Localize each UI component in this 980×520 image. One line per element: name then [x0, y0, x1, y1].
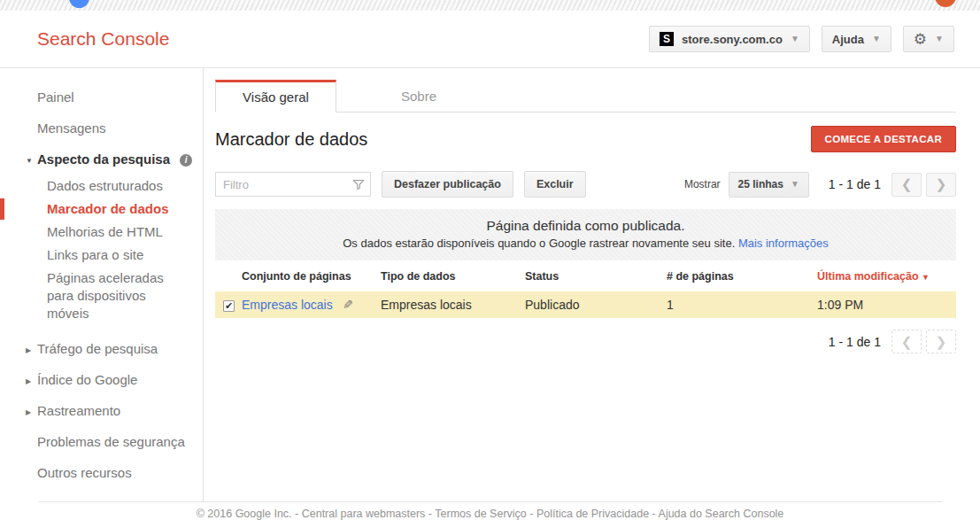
sidebar-item-painel[interactable]: Painel — [0, 81, 203, 113]
column-ultima-modificacao[interactable]: Última modificação ▼ — [817, 260, 956, 291]
tabs: Visão geral Sobre — [215, 80, 956, 113]
sidebar-item-rastreamento[interactable]: ▶ Rastreamento — [0, 395, 203, 426]
footer-link-termos[interactable]: Termos de Serviço — [435, 508, 527, 520]
prev-page-button[interactable]: ❮ — [891, 173, 922, 197]
chevron-collapsed-icon: ▶ — [26, 342, 31, 359]
site-favicon: S — [660, 32, 674, 46]
next-page-button[interactable]: ❯ — [926, 330, 956, 353]
info-icon: i — [180, 154, 192, 167]
rows-per-page-value: 25 linhas — [738, 178, 783, 190]
sidebar-item-dados-estruturados[interactable]: Dados estruturados — [0, 175, 203, 198]
gear-icon: ⚙ — [914, 32, 927, 47]
show-label: Mostrar — [684, 178, 721, 190]
tab-visao-geral[interactable]: Visão geral — [215, 80, 336, 113]
app-title: Search Console — [37, 28, 169, 50]
checkbox-column-header — [215, 260, 242, 291]
chevron-down-icon: ▼ — [935, 35, 944, 43]
column-num-paginas: # de páginas — [667, 260, 817, 291]
sidebar-item-outros-recursos[interactable]: Outros recursos — [0, 457, 203, 488]
delete-button[interactable]: Excluir — [524, 171, 586, 198]
toolbar-right: Mostrar 25 linhas ▼ 1 - 1 de 1 ❮ ❯ — [684, 172, 956, 198]
footer-link-ajuda[interactable]: Ajuda do Search Console — [659, 508, 784, 520]
sidebar-section-label: Aspecto da pesquisa — [37, 151, 170, 167]
sidebar-item-links-para-o-site[interactable]: Links para o site — [0, 244, 203, 267]
rows-per-page-dropdown[interactable]: 25 linhas ▼ — [729, 172, 809, 198]
filter-funnel-icon — [351, 177, 366, 195]
search-console-window: Search Console S store.sony.com.co ▼ Aju… — [0, 0, 980, 520]
column-label: Última modificação — [817, 270, 919, 283]
footer-link-privacidade[interactable]: Política de Privacidade — [536, 508, 649, 520]
filter-input[interactable] — [215, 172, 371, 197]
prev-page-button[interactable]: ❮ — [891, 330, 922, 353]
chevron-down-icon: ▼ — [791, 180, 799, 189]
sidebar-item-marcador-de-dados[interactable]: Marcador de dados — [0, 198, 203, 221]
sidebar-item-melhorias-de-html[interactable]: Melhorias de HTML — [0, 221, 203, 244]
footer-separator: - — [295, 508, 302, 520]
chevron-down-icon: ▼ — [872, 35, 881, 43]
page-sets-table: Conjunto de páginas Tipo de dados Status… — [215, 260, 956, 318]
notice-title: Página definida como publicada. — [224, 218, 947, 234]
tab-sobre[interactable]: Sobre — [352, 80, 485, 112]
publish-notice: Página definida como publicada. Os dados… — [215, 209, 956, 260]
unpublish-button[interactable]: Desfazer publicação — [382, 171, 513, 198]
page-head: Marcador de dados COMECE A DESTACAR — [215, 126, 956, 152]
help-label: Ajuda — [832, 33, 864, 46]
row-checkbox[interactable]: ✔ — [223, 300, 235, 312]
site-selector-label: store.sony.com.co — [682, 33, 783, 46]
pager-bottom: ❮ ❯ — [891, 330, 956, 353]
chevron-collapsed-icon: ▶ — [26, 404, 31, 421]
sidebar-item-paginas-aceleradas[interactable]: Páginas aceleradas para dispositivos móv… — [0, 267, 203, 325]
start-highlighting-button[interactable]: COMECE A DESTACAR — [811, 126, 956, 152]
settings-dropdown[interactable]: ⚙ ▼ — [903, 26, 954, 52]
chevron-expanded-icon: ▼ — [26, 152, 33, 169]
column-tipo-de-dados: Tipo de dados — [381, 260, 525, 291]
next-page-button[interactable]: ❯ — [926, 173, 956, 197]
filter-wrap — [215, 172, 371, 197]
pagination-range: 1 - 1 de 1 — [829, 177, 881, 191]
table-row: ✔ Empresas locais ✎ Empresas locais Publ… — [215, 291, 956, 318]
sidebar-section-aspecto-da-pesquisa[interactable]: ▼ Aspecto da pesquisa i — [0, 144, 203, 175]
checkbox-cell: ✔ — [215, 291, 242, 318]
sidebar-item-indice-do-google[interactable]: ▶ Índice do Google — [0, 364, 203, 395]
sidebar-item-problemas-de-seguranca[interactable]: Problemas de segurança — [0, 426, 203, 457]
sidebar-item-label: Tráfego de pesquisa — [37, 341, 158, 356]
column-status: Status — [525, 260, 667, 291]
status-cell: Publicado — [525, 291, 667, 318]
last-modified-cell: 1:09 PM — [817, 291, 956, 318]
page-title: Marcador de dados — [215, 129, 367, 150]
sidebar-item-label: Rastreamento — [37, 403, 120, 418]
cropped-browser-strip — [0, 0, 980, 11]
header: Search Console S store.sony.com.co ▼ Aju… — [0, 11, 980, 68]
notice-text: Os dados estarão disponíveis quando o Go… — [343, 237, 735, 250]
footer: © 2016 Google Inc. - Central para webmas… — [38, 501, 942, 520]
cropped-orange-icon — [935, 0, 956, 7]
footer-link-webmasters[interactable]: Central para webmasters — [302, 508, 426, 520]
chevron-down-icon: ▼ — [791, 35, 799, 43]
site-selector-dropdown[interactable]: S store.sony.com.co ▼ — [649, 26, 810, 52]
header-controls: S store.sony.com.co ▼ Ajuda ▼ ⚙ ▼ — [649, 26, 954, 52]
cropped-blue-icon — [69, 0, 89, 8]
main-content: Visão geral Sobre Marcador de dados COME… — [204, 68, 980, 501]
num-pages-cell: 1 — [667, 291, 817, 318]
column-conjunto-de-paginas: Conjunto de páginas — [242, 260, 381, 291]
help-dropdown[interactable]: Ajuda ▼ — [822, 26, 891, 52]
page-set-cell: Empresas locais ✎ — [242, 291, 381, 318]
sidebar: Painel Mensagens ▼ Aspecto da pesquisa i… — [0, 68, 204, 501]
bottom-pagination: 1 - 1 de 1 ❮ ❯ — [215, 330, 956, 353]
copyright: © 2016 Google Inc. — [197, 508, 292, 520]
sort-desc-icon: ▼ — [922, 273, 930, 282]
pagination-range: 1 - 1 de 1 — [829, 335, 881, 349]
sidebar-item-trafego-de-pesquisa[interactable]: ▶ Tráfego de pesquisa — [0, 333, 203, 364]
toolbar: Desfazer publicação Excluir Mostrar 25 l… — [215, 171, 956, 198]
pager-top: ❮ ❯ — [891, 173, 956, 197]
body: Painel Mensagens ▼ Aspecto da pesquisa i… — [0, 68, 980, 501]
table-header-row: Conjunto de páginas Tipo de dados Status… — [215, 260, 956, 291]
sidebar-gap — [0, 325, 203, 333]
footer-separator: - — [652, 508, 659, 520]
more-info-link[interactable]: Mais informações — [738, 237, 829, 250]
sidebar-item-mensagens[interactable]: Mensagens — [0, 113, 203, 144]
sidebar-item-label: Índice do Google — [37, 372, 137, 387]
chevron-collapsed-icon: ▶ — [26, 373, 31, 390]
edit-pencil-icon[interactable]: ✎ — [343, 298, 353, 312]
page-set-link[interactable]: Empresas locais — [242, 298, 333, 312]
